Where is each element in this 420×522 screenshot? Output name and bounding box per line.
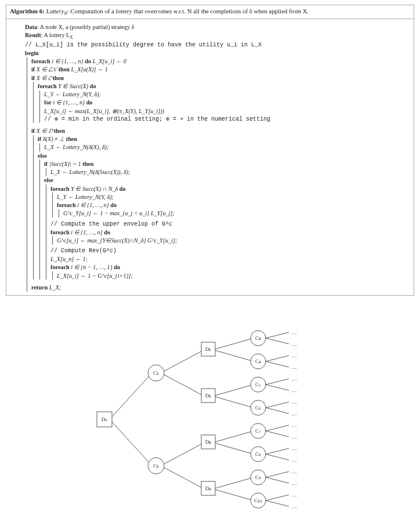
svg-line-21 xyxy=(266,408,289,414)
foreach-y-block: L_Y ← Lottery_N(Y, δ); for i ∈ {1, …, n}… xyxy=(39,90,410,124)
tree-dots: ..... xyxy=(291,411,297,416)
foreach3-block: L_Y ← Lottery_N(Y, δ); foreach i ∈ {1, …… xyxy=(52,193,410,217)
algo-title-rest: : Computation of a lottery that overcome… xyxy=(67,8,309,14)
svg-line-5 xyxy=(161,466,204,489)
svg-line-11 xyxy=(213,443,254,454)
node-d3: D₃ xyxy=(205,439,212,445)
node-c5: C₅ xyxy=(255,382,261,387)
stmt: L_X ← Lottery_N(δ(X), δ); xyxy=(44,143,410,151)
svg-line-17 xyxy=(266,361,289,367)
comment-4: // Compute Rev(G^c) xyxy=(50,247,410,255)
svg-line-16 xyxy=(266,356,289,361)
kw: foreach xyxy=(50,229,70,235)
stmt: L_X ← Lottery_N(δ(Succ(X)), δ); xyxy=(50,168,410,176)
algo-number: Algorithm 6: xyxy=(10,8,45,14)
result-label: Result xyxy=(25,32,41,38)
kw: for xyxy=(44,99,52,106)
node-c6: C₆ xyxy=(255,405,261,411)
node-d1: D₁ xyxy=(205,346,212,352)
node-c7: C₇ xyxy=(255,428,261,434)
foreach6-block: L_X[u_i] ← 1 − G^c[u_{i+1}]; xyxy=(52,271,410,280)
stmt: G^c_Y[u_i] ← 1 − max_{u_j < u_i} L_Y[u_j… xyxy=(63,209,410,217)
stmt: L_X[u(X)] ← 1 xyxy=(70,66,108,72)
if-c-block: foreach Y ∈ Succ(X) do L_Y ← Lottery_N(Y… xyxy=(33,82,410,123)
svg-line-19 xyxy=(266,385,289,390)
cond: X ∈ 𝓓 xyxy=(35,128,53,134)
node-c2: C₂ xyxy=(153,463,159,469)
kw: foreach xyxy=(31,58,50,64)
tree-dots: ..... xyxy=(291,400,297,405)
svg-line-10 xyxy=(213,431,254,443)
algorithm-header: Algorithm 6: LotteryN: Computation of a … xyxy=(6,5,414,19)
cond: i ∈ {1, …, n} xyxy=(50,58,85,64)
begin-block: foreach i ∈ {1, …, n} do L_X[u_i] ← 0 if… xyxy=(27,57,410,292)
kw: then xyxy=(66,136,77,142)
if-succ1-block: L_X ← Lottery_N(δ(Succ(X)), δ); xyxy=(46,168,410,176)
tree-dots: ..... xyxy=(291,469,297,474)
tree-svg: .sq { fill:#fff; stroke:#555; stroke-wid… xyxy=(74,312,346,522)
figure-tree: .sq { fill:#fff; stroke:#555; stroke-wid… xyxy=(6,312,414,522)
cond: X ∈ 𝓒 xyxy=(35,75,52,81)
tree-dots: ..... xyxy=(291,458,297,463)
tree-dots: ..... xyxy=(291,434,297,440)
svg-line-29 xyxy=(266,501,289,506)
comment-2: // ⊗ = min in the ordinal setting; ⊗ = ∗… xyxy=(44,115,410,123)
svg-line-15 xyxy=(266,338,289,344)
cond: X ∈ 𝓛𝓝 xyxy=(35,66,58,72)
node-c8: C₈ xyxy=(255,451,261,457)
kw: do xyxy=(110,202,117,208)
node-d2: D₂ xyxy=(205,393,212,398)
kw: do xyxy=(85,58,91,64)
algorithm-box: Algorithm 6: LotteryN: Computation of a … xyxy=(6,5,414,296)
kw: do xyxy=(104,229,110,235)
comment-1: // L_X[u_i] is the possibility degree to… xyxy=(25,41,410,49)
algorithm-body: Data: A node X, a (possibly partial) str… xyxy=(6,19,414,295)
else2-block: foreach Y ∈ Succ(X) ∩ N_δ do L_Y ← Lotte… xyxy=(46,184,410,280)
if-d-block: if δ(X) ≠ ⊥ then L_X ← Lottery_N(δ(X), δ… xyxy=(33,135,410,280)
kw-else: else xyxy=(38,153,47,159)
tree-dots: ..... xyxy=(291,446,297,451)
svg-line-24 xyxy=(266,448,289,454)
node-c4: C₄ xyxy=(255,358,261,364)
svg-line-6 xyxy=(213,338,254,350)
stmt: L_X[u_i] ← max(L_X[u_i], ⊗(π_X(Y), L_Y[u… xyxy=(44,107,410,115)
svg-line-0 xyxy=(110,373,152,419)
data-label: Data xyxy=(25,24,37,30)
node-d0: D₀ xyxy=(102,416,108,422)
kw: do xyxy=(86,99,93,106)
kw: then xyxy=(59,66,70,72)
kw: foreach xyxy=(38,83,57,89)
data-text: : A node X, a (possibly partial) strateg… xyxy=(37,24,135,30)
svg-line-13 xyxy=(213,489,254,501)
svg-line-26 xyxy=(266,472,289,477)
cond: i ∈ {1, …, n} xyxy=(70,229,104,235)
svg-line-12 xyxy=(213,477,254,489)
node-c10: C₁₀ xyxy=(254,498,262,503)
kw: do xyxy=(90,83,96,89)
svg-line-14 xyxy=(266,332,289,338)
result-text: : A lottery L xyxy=(41,32,70,38)
kw: foreach xyxy=(50,264,70,270)
kw-else: else xyxy=(44,177,53,183)
kw: foreach xyxy=(57,202,76,208)
svg-line-2 xyxy=(161,350,204,373)
svg-line-20 xyxy=(266,402,289,408)
svg-line-27 xyxy=(266,477,289,483)
svg-line-9 xyxy=(213,396,254,408)
stmt: L_X[u_i] ← 1 − G^c[u_{i+1}]; xyxy=(57,271,410,280)
kw: foreach xyxy=(50,186,70,192)
svg-line-25 xyxy=(266,454,289,460)
stmt: L_Y ← Lottery_N(Y, δ); xyxy=(57,193,410,201)
node-c1: C₁ xyxy=(153,370,159,376)
kw: then xyxy=(53,75,64,81)
stmt: L_X[u_i] ← 0 xyxy=(91,58,126,64)
svg-line-23 xyxy=(266,431,289,437)
if-delta-block: L_X ← Lottery_N(δ(X), δ); xyxy=(39,143,410,151)
algo-name: Lottery xyxy=(46,8,64,14)
tree-dots: ..... xyxy=(291,376,297,382)
svg-line-18 xyxy=(266,379,289,385)
foreach4-block: G^c_Y[u_i] ← 1 − max_{u_j < u_i} L_Y[u_j… xyxy=(59,209,410,217)
tree-dots: ..... xyxy=(291,330,297,335)
result-sub: X xyxy=(70,35,73,40)
kw: do xyxy=(114,264,120,270)
